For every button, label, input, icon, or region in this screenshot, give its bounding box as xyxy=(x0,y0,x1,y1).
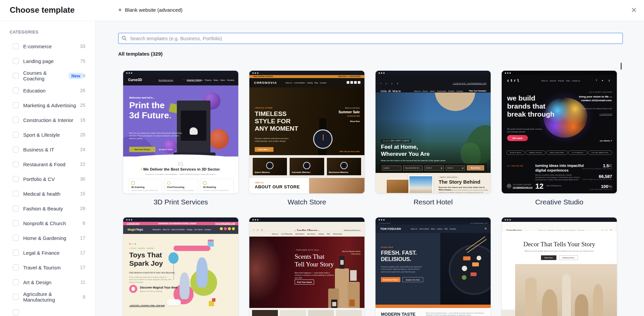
template-card-resort-hotel[interactable]: f y o b +1 (234) 567 89 90 ISLADIMARE@EM… xyxy=(375,70,491,206)
category-item-marketing-advertising[interactable]: Marketing & Advertising25 xyxy=(0,98,95,113)
category-label: Medical & health xyxy=(23,191,60,197)
checkin-field: Check-in▦ xyxy=(425,166,444,171)
template-card-3d-print-services[interactable]: Curve3D 3d.print@email.com • +1 (234) 56… xyxy=(123,70,239,206)
portrait-shape xyxy=(249,237,286,308)
checkbox[interactable] xyxy=(13,43,19,49)
category-label: Sport & Lifestyle xyxy=(23,132,60,138)
perfume-bottle-shape xyxy=(350,270,357,281)
preview-heading: TIMELESS STYLE FOR ANY MOMENT xyxy=(255,110,298,132)
category-count: 11 xyxy=(80,279,85,285)
preview-nav: Bestsellers About Us Deal of the Month C… xyxy=(153,229,211,231)
page-title: Choose template xyxy=(10,5,75,15)
category-label: Construction & Interior xyxy=(23,117,73,123)
category-item-education[interactable]: Education26 xyxy=(0,83,95,98)
preview-lead: Kids deserve a world full of color and d… xyxy=(129,271,175,274)
category-item-medical-health[interactable]: Medical & health15 xyxy=(0,186,95,201)
about-heading: The Story Behind xyxy=(439,179,480,185)
search-input[interactable] xyxy=(118,33,623,44)
preview-paragraph: More than fragrance — each bottle holds … xyxy=(295,272,337,279)
checkbox[interactable] xyxy=(13,117,19,123)
template-name: 3D Print Services xyxy=(123,198,239,206)
browser-chrome xyxy=(123,71,238,75)
perfume-bottle-shape xyxy=(339,256,345,269)
preview-kicker: - PERFUMES WITH SOUL - xyxy=(295,249,321,251)
category-item-agriculture-manufacturing[interactable]: Agriculture & Manufacturing9 xyxy=(0,290,95,304)
category-count: 17 xyxy=(80,265,85,270)
book-now-button: Book Now xyxy=(467,165,484,171)
checkbox[interactable] xyxy=(13,146,19,152)
category-label: Landing page xyxy=(23,58,54,64)
category-item-nonprofit-church[interactable]: Nonprofit & Church6 xyxy=(0,216,95,231)
shipping-note: FREE SHIPPING FROM $50 xyxy=(253,76,273,77)
preview-logo: TOKYODASH xyxy=(380,227,401,231)
preview-heading: Toys That Spark Joy xyxy=(129,251,163,267)
checkbox[interactable] xyxy=(13,132,19,138)
checkbox[interactable] xyxy=(13,87,19,93)
category-item-courses-coaching[interactable]: Courses & CoachingNew8 xyxy=(0,68,95,83)
checkbox[interactable] xyxy=(13,235,19,241)
help-note: NEED HELP: +1 (234) 567-8901 xyxy=(338,76,360,77)
preview-subtext: Welcome to the design agency and store o… xyxy=(502,250,617,252)
pink-bar-shape xyxy=(174,246,210,251)
section-subtext: Precision, innovation, and reliability —… xyxy=(123,173,238,175)
template-card-perfume-store[interactable]: f o b - Jardin Obscur - jardinobscur@ema… xyxy=(249,217,365,316)
blank-website-button[interactable]: + Blank website (advanced) xyxy=(118,7,183,13)
category-count: 16 xyxy=(80,117,85,123)
template-card-creative-studio[interactable]: ctrl About us Services Projects Team Con… xyxy=(501,70,617,206)
preview-subtext: Relax into the rhythm of the sea and fee… xyxy=(381,160,446,162)
scrollbar-thumb[interactable] xyxy=(621,63,622,70)
category-item-fashion-beauty[interactable]: Fashion & Beauty28 xyxy=(0,201,95,216)
plus-icon: + xyxy=(118,7,122,13)
category-item-landing-page[interactable]: Landing page75 xyxy=(0,54,95,68)
preview-logo: CHRONOVIA xyxy=(254,81,277,84)
checkbox[interactable] xyxy=(13,102,19,108)
section-heading: \ We Deliver the Best Services in 3D Sec… xyxy=(123,167,238,171)
category-label: Travel & Tourism xyxy=(23,265,61,270)
category-item-legal-finance[interactable]: Legal & Finance17 xyxy=(0,245,95,260)
dialog-header: Choose template + Blank website (advance… xyxy=(0,0,644,21)
category-item-sport-lifestyle[interactable]: Sport & Lifestyle20 xyxy=(0,127,95,142)
close-icon[interactable]: × xyxy=(631,5,637,15)
checkbox[interactable] xyxy=(13,309,19,315)
template-thumbnail: ctrl About us Services Projects Team Con… xyxy=(501,70,617,194)
category-count: 9 xyxy=(83,294,85,300)
checkbox[interactable] xyxy=(13,279,19,285)
category-item-business-it[interactable]: Business & IT24 xyxy=(0,142,95,157)
checkbox[interactable] xyxy=(13,264,19,270)
category-item-e-commerce[interactable]: E-commerce33 xyxy=(0,39,95,54)
checkbox[interactable] xyxy=(13,161,19,167)
checkbox[interactable] xyxy=(13,191,19,197)
about-heading: ABOUT OUR STORE xyxy=(255,184,300,189)
category-label: Agriculture & Manufacturing xyxy=(23,291,83,303)
checkbox[interactable] xyxy=(13,73,19,79)
kid-photo-shape xyxy=(196,257,208,288)
category-item-travel-tourism[interactable]: Travel & Tourism17 xyxy=(0,260,95,275)
checkbox[interactable] xyxy=(13,250,19,256)
category-item-portfolio-cv[interactable]: Portfolio & CV30 xyxy=(0,172,95,186)
category-item-art-design[interactable]: Art & Design11 xyxy=(0,275,95,290)
checkbox[interactable] xyxy=(13,205,19,211)
template-name: Watch Store xyxy=(249,198,365,206)
category-item-home-gardening[interactable]: Home & Gardening17 xyxy=(0,231,95,245)
template-card-toy-store[interactable]: +1 (234) 567 89 90 SHOWROOM: 5124 RANEMO… xyxy=(123,217,239,316)
product-thumb xyxy=(308,310,334,316)
template-card-decor-store[interactable]: CozySpace About us Inspiration Catalog N… xyxy=(501,217,617,316)
checkbox[interactable] xyxy=(13,220,19,226)
booking-bar: Location Type placeholder text⌄ Check-in… xyxy=(380,164,487,172)
checkbox[interactable] xyxy=(13,58,19,64)
category-label: Courses & Coaching xyxy=(23,70,66,81)
stat-projects: 1.5K PROJECTS SUCCESSFULLY DELIVERED xyxy=(582,163,612,170)
preview-paragraph: We turn your ideas into reality with pro… xyxy=(129,132,183,140)
category-item-construction-interior[interactable]: Construction & Interior16 xyxy=(0,113,95,127)
checkbox[interactable] xyxy=(13,294,19,300)
preview-cta: Discover Magical Toys Now xyxy=(140,286,177,289)
template-card-watch-store[interactable]: FREE SHIPPING FROM $50 NEED HELP: +1 (23… xyxy=(249,70,365,206)
preview-kicker: Welcome and let's... xyxy=(129,96,155,99)
category-item-restaurant-food[interactable]: Restaurant & Food22 xyxy=(0,157,95,172)
preview-logo: Curve3D xyxy=(128,78,142,82)
checkbox[interactable] xyxy=(13,176,19,182)
search-icon xyxy=(121,36,127,41)
vases-photo xyxy=(515,264,617,316)
category-item-partial[interactable] xyxy=(0,305,95,316)
template-card-sushi-restaurant[interactable]: +1 (234) 567 89 90 TOKYODASH@EMAIL.COM T… xyxy=(375,217,491,316)
